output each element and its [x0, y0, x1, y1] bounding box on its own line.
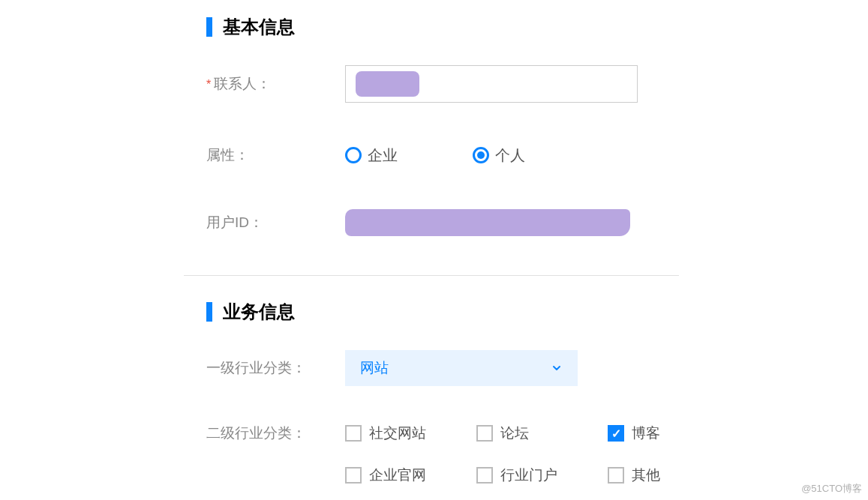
redacted-user-id	[345, 209, 630, 236]
checkbox-label: 其他	[632, 466, 660, 485]
radio-circle-icon	[473, 147, 489, 163]
checkbox-row: 社交网站 论坛 ✓ 博客	[345, 424, 739, 443]
checkbox-box-icon	[345, 425, 362, 442]
select-industry-1[interactable]: 网站	[345, 350, 578, 386]
checkbox-box-checked-icon: ✓	[608, 425, 624, 442]
radio-label-personal: 个人	[495, 145, 525, 166]
checkbox-corporate[interactable]: 企业官网	[345, 466, 476, 485]
radio-label-enterprise: 企业	[368, 145, 398, 166]
header-accent-bar	[206, 302, 212, 322]
watermark: @51CTO博客	[801, 482, 862, 496]
label-industry-2-text: 二级行业分类：	[206, 424, 306, 443]
select-industry-1-value: 网站	[360, 358, 389, 378]
radio-enterprise[interactable]: 企业	[345, 145, 398, 166]
section-title-business: 业务信息	[223, 300, 295, 324]
checkbox-blog[interactable]: ✓ 博客	[608, 424, 739, 443]
label-contact-text: 联系人：	[214, 74, 271, 94]
label-contact: * 联系人：	[206, 74, 345, 94]
chevron-down-icon	[551, 362, 563, 374]
row-industry-2: 二级行业分类： 社交网站 论坛 ✓ 博客	[206, 424, 868, 485]
checkbox-social[interactable]: 社交网站	[345, 424, 476, 443]
section-header-basic: 基本信息	[206, 15, 868, 39]
radio-dot-icon	[477, 151, 485, 159]
checkbox-portal[interactable]: 行业门户	[476, 466, 608, 485]
required-asterisk: *	[206, 78, 211, 91]
checkmark-icon: ✓	[611, 427, 621, 441]
section-title-basic: 基本信息	[223, 15, 295, 39]
checkbox-label: 企业官网	[369, 466, 426, 485]
section-header-business: 业务信息	[206, 300, 868, 324]
checkbox-label: 论坛	[500, 424, 529, 443]
checkbox-box-icon	[476, 425, 493, 442]
row-contact: * 联系人：	[206, 65, 868, 103]
label-user-id: 用户ID：	[206, 213, 345, 232]
checkbox-label: 社交网站	[369, 424, 426, 443]
row-user-id: 用户ID：	[206, 208, 868, 238]
checkbox-box-icon	[608, 467, 624, 484]
redacted-overlay	[356, 71, 419, 97]
label-industry-2: 二级行业分类：	[206, 424, 345, 443]
radio-personal[interactable]: 个人	[473, 145, 525, 166]
radio-group-attribute: 企业 个人	[345, 145, 525, 166]
checkbox-box-icon	[476, 467, 493, 484]
label-industry-1-text: 一级行业分类：	[206, 358, 306, 378]
radio-circle-icon	[345, 147, 362, 163]
checkbox-other[interactable]: 其他	[608, 466, 739, 485]
checkbox-box-icon	[345, 467, 362, 484]
checkbox-forum[interactable]: 论坛	[476, 424, 608, 443]
row-attribute: 属性： 企业 个人	[206, 140, 868, 170]
label-attribute: 属性：	[206, 145, 345, 165]
checkbox-grid-industry-2: 社交网站 论坛 ✓ 博客 企	[345, 424, 739, 485]
checkbox-label: 行业门户	[500, 466, 557, 485]
header-accent-bar	[206, 17, 212, 37]
label-user-id-text: 用户ID：	[206, 213, 263, 232]
section-divider	[184, 275, 679, 276]
label-attribute-text: 属性：	[206, 145, 249, 165]
checkbox-row: 企业官网 行业门户 其他	[345, 466, 739, 485]
row-industry-1: 一级行业分类： 网站	[206, 350, 868, 386]
contact-input-wrapper	[345, 65, 638, 103]
label-industry-1: 一级行业分类：	[206, 358, 345, 378]
checkbox-label: 博客	[632, 424, 660, 443]
